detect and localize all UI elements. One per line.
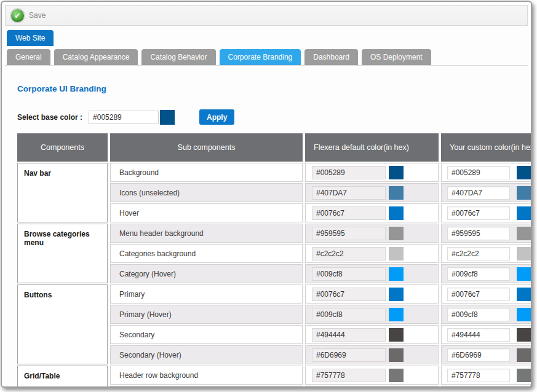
column-header: Your custom color(in hex) xyxy=(441,133,532,162)
custom-color-cell xyxy=(441,264,532,283)
save-button[interactable]: ✔ Save xyxy=(11,9,46,22)
default-color-swatch xyxy=(389,267,404,281)
default-color-swatch xyxy=(389,247,404,261)
custom-hex-input[interactable] xyxy=(447,369,510,382)
default-hex-input[interactable] xyxy=(312,227,386,240)
tab-catalog-behavior[interactable]: Catalog Behavior xyxy=(141,49,215,65)
save-check-icon: ✔ xyxy=(11,9,24,22)
component-cell: Browse categories menu xyxy=(17,224,108,283)
custom-color-cell xyxy=(441,183,532,202)
custom-color-swatch xyxy=(517,186,531,200)
custom-color-cell xyxy=(441,305,532,324)
sub-component-cell: Primary (Hover) xyxy=(110,305,303,324)
component-cell: Nav bar xyxy=(17,163,108,222)
default-hex-input[interactable] xyxy=(312,308,386,321)
default-hex-input[interactable] xyxy=(312,166,386,179)
default-color-cell xyxy=(305,224,439,243)
default-color-swatch xyxy=(389,288,404,301)
custom-color-swatch xyxy=(517,206,531,220)
default-color-cell xyxy=(305,183,439,202)
default-color-cell xyxy=(305,366,439,385)
default-hex-input[interactable] xyxy=(312,247,386,261)
default-hex-input[interactable] xyxy=(312,348,386,362)
default-color-swatch xyxy=(389,328,404,342)
default-hex-input[interactable] xyxy=(312,186,386,200)
corporate-branding-panel: Corporate UI Branding Select base color … xyxy=(5,84,528,388)
toolbar: ✔ Save xyxy=(5,5,528,26)
default-color-cell xyxy=(305,325,439,344)
custom-color-cell xyxy=(441,163,532,182)
sub-component-cell: Secondary xyxy=(110,325,303,344)
default-hex-input[interactable] xyxy=(312,267,386,281)
custom-color-swatch xyxy=(517,247,531,261)
custom-hex-input[interactable] xyxy=(447,267,510,281)
sub-component-cell: Header row background xyxy=(110,366,303,385)
default-color-cell xyxy=(305,264,439,283)
primary-tab-strip: Web Site xyxy=(5,30,528,46)
default-color-cell xyxy=(305,244,439,263)
default-color-swatch xyxy=(389,166,404,179)
custom-color-swatch xyxy=(517,348,531,362)
custom-color-cell xyxy=(441,224,532,243)
custom-color-cell xyxy=(441,325,532,344)
component-cell: Grid/Table xyxy=(17,366,108,388)
default-hex-input[interactable] xyxy=(312,369,386,382)
default-hex-input[interactable] xyxy=(312,206,386,220)
sub-component-cell: Row (banded) background xyxy=(110,386,303,388)
base-color-input[interactable] xyxy=(89,111,159,124)
custom-hex-input[interactable] xyxy=(447,206,510,220)
default-color-cell xyxy=(305,386,439,388)
default-color-swatch xyxy=(389,227,404,240)
branding-table: ComponentsSub componentsFlexera default … xyxy=(17,133,532,388)
page-title: Corporate UI Branding xyxy=(17,84,528,93)
default-color-cell xyxy=(305,284,439,304)
tab-web-site[interactable]: Web Site xyxy=(7,30,54,46)
column-header: Sub components xyxy=(110,133,303,162)
base-color-row: Select base color : Apply xyxy=(17,109,528,125)
custom-hex-input[interactable] xyxy=(447,328,510,342)
sub-component-cell: Background xyxy=(110,163,303,182)
custom-color-cell xyxy=(441,386,532,388)
sub-component-cell: Hover xyxy=(110,203,303,222)
tab-catalog-appearance[interactable]: Catalog Appearance xyxy=(54,49,138,65)
default-color-cell xyxy=(305,305,439,324)
base-color-swatch xyxy=(160,110,175,125)
default-hex-input[interactable] xyxy=(312,288,386,301)
tab-os-deployment[interactable]: OS Deployment xyxy=(362,49,431,65)
default-color-swatch xyxy=(389,186,404,200)
default-color-cell xyxy=(305,203,439,222)
custom-hex-input[interactable] xyxy=(447,308,510,321)
tab-corporate-branding[interactable]: Corporate Branding xyxy=(220,49,301,65)
column-header: Flexera default color(in hex) xyxy=(305,133,439,162)
default-color-cell xyxy=(305,345,439,364)
sub-component-cell: Menu header background xyxy=(110,224,303,243)
custom-color-swatch xyxy=(517,369,531,382)
custom-hex-input[interactable] xyxy=(447,227,510,240)
settings-tab-strip: General Catalog Appearance Catalog Behav… xyxy=(5,49,528,66)
default-hex-input[interactable] xyxy=(312,328,386,342)
column-header: Components xyxy=(17,133,108,162)
component-cell: Buttons xyxy=(17,284,108,364)
custom-hex-input[interactable] xyxy=(447,166,510,179)
custom-color-swatch xyxy=(517,328,531,342)
custom-hex-input[interactable] xyxy=(447,186,510,200)
sub-component-cell: Secondary (Hover) xyxy=(110,345,303,364)
custom-color-cell xyxy=(441,244,532,263)
default-color-swatch xyxy=(389,206,404,220)
custom-color-swatch xyxy=(517,166,531,179)
custom-color-swatch xyxy=(517,227,531,240)
custom-hex-input[interactable] xyxy=(447,247,510,261)
default-color-cell xyxy=(305,163,439,182)
default-color-swatch xyxy=(389,308,404,321)
custom-color-swatch xyxy=(517,308,531,321)
sub-component-cell: Categories background xyxy=(110,244,303,263)
sub-component-cell: Icons (unselected) xyxy=(110,183,303,202)
default-color-swatch xyxy=(389,348,404,362)
tab-general[interactable]: General xyxy=(7,49,50,65)
sub-component-cell: Primary xyxy=(110,284,303,304)
apply-button[interactable]: Apply xyxy=(199,109,234,125)
tab-dashboard[interactable]: Dashboard xyxy=(304,49,358,65)
default-color-swatch xyxy=(389,369,404,382)
custom-hex-input[interactable] xyxy=(447,288,510,301)
custom-hex-input[interactable] xyxy=(447,348,510,362)
